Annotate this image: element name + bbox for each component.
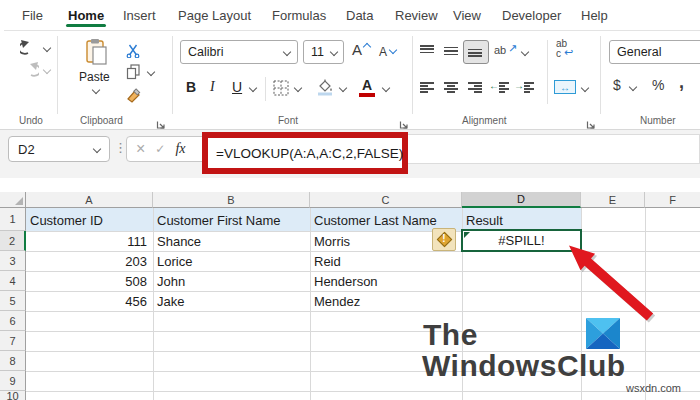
- clipboard-dialog-launcher-icon[interactable]: [156, 116, 166, 126]
- tab-developer[interactable]: Developer: [502, 8, 561, 23]
- currency-format-icon[interactable]: $: [613, 77, 621, 93]
- alignment-group-label: Alignment: [462, 115, 506, 126]
- row-header-1[interactable]: 1: [0, 208, 26, 231]
- name-box[interactable]: D2: [8, 136, 110, 162]
- cell-a1[interactable]: Customer ID: [30, 213, 103, 228]
- align-center-icon[interactable]: [444, 82, 458, 93]
- row-header-8[interactable]: 8: [0, 351, 26, 371]
- paste-dropdown-chevron[interactable]: [92, 86, 100, 94]
- tab-review[interactable]: Review: [395, 8, 438, 23]
- undo-icon[interactable]: [20, 40, 39, 60]
- grow-font-icon[interactable]: A: [352, 41, 362, 58]
- row-header-9[interactable]: 9: [0, 371, 26, 391]
- cell-a3[interactable]: 203: [26, 254, 147, 269]
- enter-icon[interactable]: ✓: [155, 142, 165, 156]
- cell-b4[interactable]: John: [157, 274, 185, 289]
- tab-formulas[interactable]: Formulas: [272, 8, 326, 23]
- row-header-4[interactable]: 4: [0, 271, 26, 291]
- italic-button[interactable]: I: [210, 79, 215, 95]
- currency-dropdown-chevron[interactable]: [629, 83, 637, 91]
- tab-home[interactable]: Home: [68, 8, 104, 23]
- cell-b3[interactable]: Lorice: [157, 254, 192, 269]
- borders-icon[interactable]: [273, 80, 289, 100]
- redo-icon[interactable]: [20, 62, 39, 82]
- copy-dropdown-chevron[interactable]: [147, 68, 155, 76]
- cell-c3[interactable]: Reid: [314, 254, 341, 269]
- row-header-10[interactable]: 10: [0, 391, 26, 400]
- column-header-a[interactable]: A: [26, 192, 153, 208]
- shrink-font-icon[interactable]: A: [379, 45, 387, 59]
- format-painter-icon[interactable]: [126, 88, 142, 108]
- cell-a2[interactable]: 111: [26, 234, 147, 249]
- borders-dropdown-chevron[interactable]: [294, 84, 302, 92]
- merge-center-icon[interactable]: ↔: [554, 80, 576, 94]
- cell-c4[interactable]: Henderson: [314, 274, 378, 289]
- cell-b2[interactable]: Shance: [157, 234, 201, 249]
- font-size-select[interactable]: 11: [303, 40, 344, 64]
- align-right-icon[interactable]: [468, 82, 482, 93]
- column-header-f[interactable]: F: [645, 192, 700, 208]
- underline-dropdown-chevron[interactable]: [249, 84, 257, 92]
- merge-dropdown-chevron[interactable]: [581, 84, 589, 92]
- insert-function-icon[interactable]: fx: [175, 141, 185, 157]
- comma-format-icon[interactable]: ,: [679, 72, 684, 93]
- cell-c5[interactable]: Mendez: [314, 294, 360, 309]
- font-color-dropdown-chevron[interactable]: [382, 84, 390, 92]
- row-header-5[interactable]: 5: [0, 291, 26, 311]
- align-left-icon[interactable]: [420, 82, 434, 93]
- fill-color-dropdown-chevron[interactable]: [339, 84, 347, 92]
- cell-d1[interactable]: Result: [466, 213, 503, 228]
- row-header-7[interactable]: 7: [0, 331, 26, 351]
- row-header-3[interactable]: 3: [0, 251, 26, 271]
- tab-insert[interactable]: Insert: [123, 8, 156, 23]
- font-dialog-launcher-icon[interactable]: [399, 116, 409, 126]
- top-align-icon[interactable]: [420, 45, 434, 57]
- undo-dropdown-chevron[interactable]: [43, 44, 51, 52]
- bottom-align-button-active[interactable]: [463, 40, 489, 64]
- tab-view[interactable]: View: [453, 8, 481, 23]
- decrease-indent-icon[interactable]: ←: [489, 80, 499, 91]
- middle-align-icon[interactable]: [444, 45, 458, 57]
- gridline-h: [26, 391, 700, 392]
- number-group-label: Number: [640, 115, 676, 126]
- cell-d2-active[interactable]: #SPILL!: [461, 229, 582, 252]
- orientation-arrow-icon: ↗: [508, 42, 517, 55]
- font-family-select[interactable]: Calibri: [180, 40, 298, 64]
- paste-label[interactable]: Paste: [79, 70, 110, 84]
- cell-a5[interactable]: 456: [26, 294, 147, 309]
- percent-format-icon[interactable]: %: [652, 77, 664, 93]
- increase-indent-icon[interactable]: →: [514, 80, 524, 91]
- cell-b5[interactable]: Jake: [157, 294, 184, 309]
- copy-icon[interactable]: [126, 64, 141, 84]
- cut-icon[interactable]: [126, 44, 140, 62]
- paste-icon[interactable]: [84, 38, 108, 70]
- gridline-h: [26, 311, 700, 312]
- fill-color-icon[interactable]: [316, 79, 334, 100]
- tab-file[interactable]: File: [22, 8, 43, 23]
- error-trace-button[interactable]: !: [432, 228, 456, 251]
- cancel-icon[interactable]: ×: [136, 141, 145, 157]
- orientation-dropdown-chevron[interactable]: [521, 48, 529, 56]
- tab-help[interactable]: Help: [581, 8, 608, 23]
- bold-button[interactable]: B: [186, 79, 196, 95]
- number-format-select[interactable]: General: [609, 40, 700, 64]
- row-header-2-selected[interactable]: 2: [0, 231, 26, 251]
- cell-a4[interactable]: 508: [26, 274, 147, 289]
- font-color-icon[interactable]: A: [362, 77, 372, 93]
- cell-c2[interactable]: Morris: [314, 234, 350, 249]
- row-header-6[interactable]: 6: [0, 311, 26, 331]
- column-header-d-selected[interactable]: D: [462, 192, 581, 208]
- underline-button[interactable]: U: [232, 79, 242, 95]
- cell-c1[interactable]: Customer Last Name: [314, 213, 437, 228]
- tab-page-layout[interactable]: Page Layout: [178, 8, 251, 23]
- orientation-icon[interactable]: ab: [494, 44, 506, 56]
- cell-b1[interactable]: Customer First Name: [157, 213, 281, 228]
- column-header-e[interactable]: E: [581, 192, 645, 208]
- select-all-corner[interactable]: [0, 192, 26, 208]
- formula-text: =VLOOKUP(A:A,A:C,2,FALSE): [216, 146, 403, 161]
- column-header-b[interactable]: B: [153, 192, 310, 208]
- alignment-dialog-launcher-icon[interactable]: [586, 116, 596, 126]
- tab-data[interactable]: Data: [346, 8, 373, 23]
- column-header-c[interactable]: C: [310, 192, 462, 208]
- redo-dropdown-chevron[interactable]: [43, 66, 51, 74]
